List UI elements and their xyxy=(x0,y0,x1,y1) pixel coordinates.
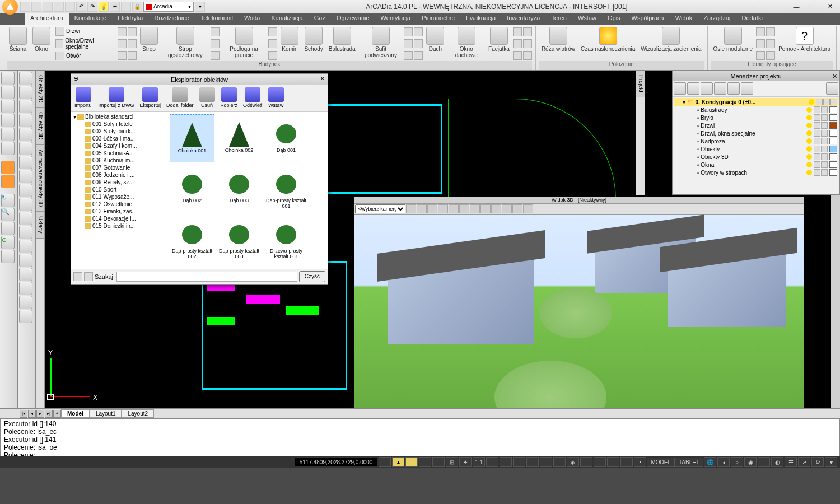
menu-rozdzielnice[interactable]: Rozdzielnice xyxy=(148,13,194,25)
qat-redo-icon[interactable]: ↷ xyxy=(87,2,97,12)
search-opt-1[interactable] xyxy=(73,272,82,281)
v3b-1[interactable] xyxy=(406,204,416,213)
el-s3[interactable] xyxy=(756,51,765,60)
dach-s3[interactable] xyxy=(513,51,522,60)
object-item[interactable]: Choinka 002 xyxy=(217,114,262,162)
sb-end-7[interactable]: ↗ xyxy=(798,457,810,467)
object-item[interactable]: Drzewo-prosty kształt 001 xyxy=(264,215,309,263)
dach-s1[interactable] xyxy=(513,27,522,36)
folder-item[interactable]: 010 Sport xyxy=(72,186,166,193)
ltb2-3[interactable] xyxy=(19,100,32,113)
pomoc-button[interactable]: ?Pomoc - Architektura xyxy=(776,26,833,61)
menu-wentylacja[interactable]: Wentylacja xyxy=(375,13,417,25)
object-item[interactable]: Choinka 001 xyxy=(170,114,214,162)
sb-end-3[interactable]: ◉ xyxy=(744,457,757,467)
command-window[interactable]: Executor id []:140Polecenie: isa_ecExecu… xyxy=(0,418,840,456)
ltb-2[interactable] xyxy=(1,86,15,99)
ltb2-11[interactable] xyxy=(19,212,32,225)
qat-saveas-icon[interactable] xyxy=(54,2,64,12)
sb-end-9[interactable]: ▾ xyxy=(825,457,837,467)
exp-tb-Importuj[interactable]: Importuj xyxy=(73,86,94,110)
object-item[interactable]: Dąb 003 xyxy=(217,165,262,213)
folder-item[interactable]: 004 Szafy i kom... xyxy=(72,142,166,150)
strop-small-3[interactable] xyxy=(211,51,220,60)
roza-button[interactable]: Róża wiatrów xyxy=(539,26,577,61)
komin-button[interactable]: Komin xyxy=(278,26,301,61)
sufit-s1[interactable] xyxy=(404,27,413,36)
sb-snap-3[interactable] xyxy=(405,457,418,467)
ltb-6[interactable] xyxy=(1,142,15,155)
small-tool-1[interactable] xyxy=(118,27,127,36)
menu-architektura[interactable]: Architektura xyxy=(25,13,69,25)
sb-snap-4[interactable] xyxy=(419,457,431,467)
folder-item[interactable]: 011 Wyposaże... xyxy=(72,193,166,200)
sb-snap-8[interactable]: 1:1 xyxy=(473,457,485,467)
menu-telekomunil[interactable]: Telekomunil xyxy=(195,13,239,25)
pm-layer[interactable]: ▫ Obiekty xyxy=(674,145,838,153)
qat-dropdown[interactable]: ▾ xyxy=(195,2,205,12)
ltb2-13[interactable] xyxy=(19,240,32,253)
layout-tab-Layout2[interactable]: Layout2 xyxy=(122,409,154,418)
sb-tablet[interactable]: TABLET xyxy=(675,458,703,467)
menu-kanalizacja[interactable]: Kanalizacja xyxy=(265,13,308,25)
menu-piorunochrc[interactable]: Piorunochrc xyxy=(416,13,460,25)
sb-end-1[interactable]: ◂ xyxy=(717,457,730,467)
object-item[interactable]: Dąb-prosty kształt 002 xyxy=(170,215,214,263)
pm-tb-1[interactable] xyxy=(674,82,686,95)
v3b-10[interactable] xyxy=(502,204,512,213)
sb-snap-13[interactable] xyxy=(540,457,552,467)
pm-tb-2[interactable] xyxy=(687,82,699,95)
menu-konstrukcje[interactable]: Konstrukcje xyxy=(69,13,112,25)
ltb-pan[interactable] xyxy=(1,222,15,235)
v3b-2[interactable] xyxy=(417,204,427,213)
qat-print-icon[interactable] xyxy=(65,2,75,12)
explorer-close-icon[interactable]: ✕ xyxy=(318,75,326,84)
sb-snap-14[interactable] xyxy=(553,457,566,467)
menu-woda[interactable]: Woda xyxy=(239,13,266,25)
maximize-button[interactable]: ☐ xyxy=(805,1,821,12)
pm-layer[interactable]: ▫ Otwory w stropach xyxy=(674,169,838,176)
ltb2-12[interactable] xyxy=(19,226,32,239)
vtab-Układy[interactable]: Układy xyxy=(36,212,44,239)
ltb-3[interactable] xyxy=(1,100,15,113)
ltb-target[interactable]: ⊕ xyxy=(1,236,15,249)
v3b-8[interactable] xyxy=(480,204,491,213)
pm-tb-3[interactable] xyxy=(701,82,713,95)
osie-button[interactable]: Osie modularne xyxy=(711,26,755,61)
otwor-button[interactable]: Otwór xyxy=(54,51,114,61)
ltb-7[interactable] xyxy=(1,161,15,174)
small-tool-2[interactable] xyxy=(128,27,137,36)
el-s6[interactable] xyxy=(766,51,775,60)
explorer-grid[interactable]: Choinka 001Choinka 002Dąb 001Dąb 002Dąb … xyxy=(167,112,328,269)
menu-ewakuacja[interactable]: Ewakuacja xyxy=(460,13,501,25)
v3b-7[interactable] xyxy=(470,204,480,213)
v3b-11[interactable] xyxy=(512,204,522,213)
pm-layer[interactable]: ▫ Nadproża xyxy=(674,137,838,145)
folder-item[interactable]: 007 Gotowanie xyxy=(72,164,166,171)
sb-model[interactable]: MODEL xyxy=(647,458,675,467)
pm-layer[interactable]: ▫ Okna xyxy=(674,161,838,169)
search-opt-2[interactable] xyxy=(84,272,93,281)
exp-tb-Wstaw[interactable]: Wstaw xyxy=(267,86,285,110)
sb-snap-17[interactable] xyxy=(594,457,606,467)
dach-s4[interactable] xyxy=(523,27,532,36)
small-tool-4[interactable] xyxy=(128,39,137,48)
pm-layer[interactable]: ▫ Obiekty 3D xyxy=(674,153,838,161)
sufit-s3[interactable] xyxy=(404,51,413,60)
sufit-button[interactable]: Sufit podwieszany xyxy=(359,26,403,61)
okno-dach-button[interactable]: Okno dachowe xyxy=(447,26,485,61)
vtab-Obiekty 2D[interactable]: Obiekty 2D xyxy=(36,71,44,108)
layer-combo[interactable]: Arcadia▾ xyxy=(143,2,194,12)
pm-layer[interactable]: ▫ Balustrady xyxy=(674,106,838,114)
dach-button[interactable]: Dach xyxy=(424,26,446,61)
qat-open-icon[interactable] xyxy=(31,2,41,12)
pm-root[interactable]: ▾ 📁 0. Kondygnacja 0 (±0... xyxy=(674,98,838,106)
menu-teren[interactable]: Teren xyxy=(545,13,572,25)
sb-end-4[interactable] xyxy=(758,457,770,467)
sb-snap-10[interactable]: ⊥ xyxy=(500,457,512,467)
pm-close-icon[interactable]: ✕ xyxy=(832,73,837,80)
folder-item[interactable]: 009 Regały, sz... xyxy=(72,179,166,186)
czas-button[interactable]: Czas nasłonecznienia xyxy=(578,26,637,61)
menu-elektryka[interactable]: Elektryka xyxy=(112,13,148,25)
small-tool-6[interactable] xyxy=(128,51,137,60)
